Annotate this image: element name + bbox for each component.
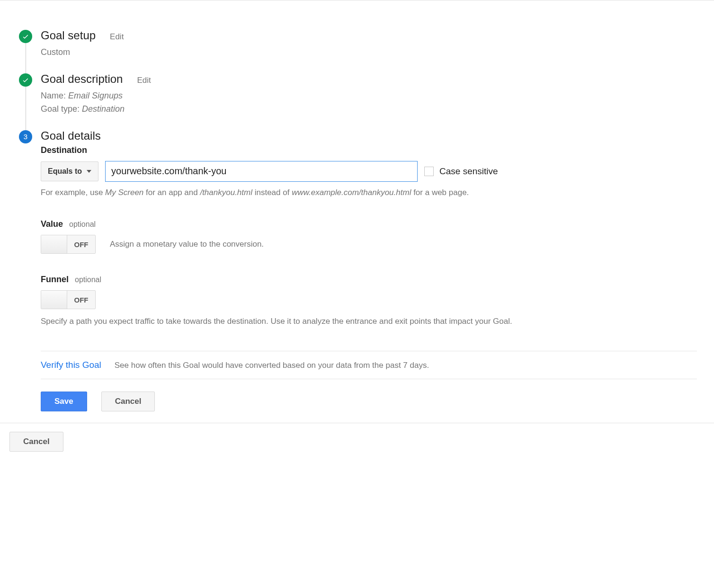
- save-button[interactable]: Save: [41, 392, 87, 411]
- toggle-knob: [41, 291, 67, 309]
- goal-type-label: Goal type:: [41, 104, 80, 114]
- edit-description-link[interactable]: Edit: [137, 76, 151, 85]
- destination-input[interactable]: [105, 161, 418, 182]
- toggle-knob: [41, 235, 67, 253]
- funnel-toggle[interactable]: OFF: [41, 290, 96, 309]
- destination-help-text: For example, use My Screen for an app an…: [41, 187, 697, 199]
- check-icon: [19, 73, 32, 87]
- case-sensitive-label: Case sensitive: [439, 166, 498, 177]
- funnel-label: Funnel: [41, 275, 69, 284]
- funnel-description: Specify a path you expect traffic to tak…: [41, 315, 524, 328]
- goal-name-label: Name:: [41, 91, 66, 100]
- caret-down-icon: [87, 170, 91, 173]
- case-sensitive-checkbox[interactable]: Case sensitive: [424, 166, 498, 177]
- funnel-optional-tag: optional: [75, 276, 101, 284]
- value-optional-tag: optional: [69, 220, 96, 228]
- value-toggle-label: OFF: [67, 235, 95, 253]
- step-number-badge: 3: [19, 130, 32, 143]
- step-setup-subtitle: Custom: [41, 46, 697, 59]
- destination-label: Destination: [41, 145, 697, 155]
- step-goal-description: Goal description Edit Name: Email Signup…: [41, 72, 697, 129]
- step-goal-details: 3 Goal details Destination Equals to: [41, 129, 697, 412]
- funnel-toggle-label: OFF: [67, 291, 95, 309]
- value-description: Assign a monetary value to the conversio…: [110, 240, 264, 249]
- step-details-title: Goal details: [41, 129, 101, 143]
- step-description-title: Goal description: [41, 72, 123, 86]
- checkbox-icon: [424, 167, 434, 176]
- match-type-value: Equals to: [48, 167, 82, 176]
- goal-name-value: Email Signups: [68, 91, 123, 100]
- value-label: Value: [41, 219, 63, 229]
- verify-goal-link[interactable]: Verify this Goal: [41, 360, 101, 370]
- value-toggle[interactable]: OFF: [41, 235, 96, 254]
- verify-description: See how often this Goal would have conve…: [115, 361, 429, 370]
- step-goal-setup: Goal setup Edit Custom: [41, 29, 697, 72]
- step-setup-title: Goal setup: [41, 29, 96, 42]
- cancel-button[interactable]: Cancel: [101, 392, 155, 411]
- funnel-section: Funnel optional: [41, 275, 697, 285]
- goal-type-value: Destination: [82, 104, 125, 114]
- verify-block: Verify this Goal See how often this Goal…: [41, 351, 697, 379]
- step-description-subtitle: Name: Email Signups Goal type: Destinati…: [41, 89, 697, 116]
- edit-setup-link[interactable]: Edit: [110, 32, 124, 42]
- match-type-dropdown[interactable]: Equals to: [41, 161, 98, 181]
- value-section: Value optional: [41, 219, 697, 229]
- outer-cancel-button[interactable]: Cancel: [9, 432, 63, 452]
- check-icon: [19, 30, 32, 43]
